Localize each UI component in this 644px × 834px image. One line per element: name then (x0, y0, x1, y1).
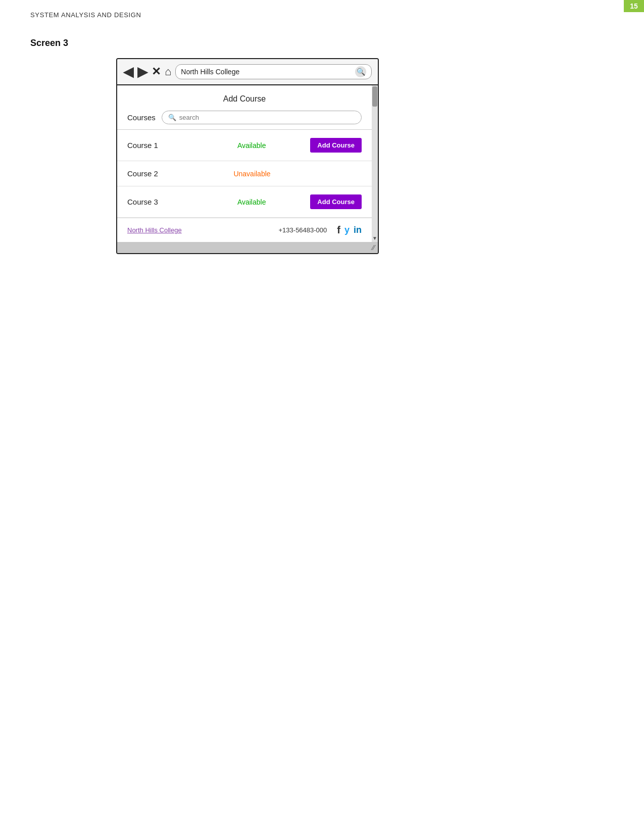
bottom-bar: ∕∕ (117, 242, 378, 253)
course-status: Unavailable (193, 170, 311, 178)
footer-phone: +133-56483-000 (279, 226, 327, 234)
search-icon: 🔍 (168, 114, 176, 121)
course-name: Course 3 (127, 198, 193, 206)
scrollbar[interactable]: ▼ (372, 85, 378, 242)
home-icon[interactable]: ⌂ (165, 65, 171, 78)
address-bar[interactable]: North Hills College 🔍 (175, 64, 372, 79)
course-status: Available (193, 198, 310, 206)
scrollbar-thumb[interactable] (372, 86, 377, 107)
page-title: Add Course (117, 85, 372, 108)
twitter-icon[interactable]: y (344, 225, 350, 235)
back-button[interactable]: ◀ (123, 65, 133, 78)
scrollbar-down-arrow[interactable]: ▼ (372, 235, 377, 242)
social-icons: f y in (337, 224, 362, 236)
course-row: Course 3 Available Add Course (117, 186, 372, 218)
course-row: Course 2 Unavailable (117, 161, 372, 186)
course-status: Available (193, 141, 310, 150)
facebook-icon[interactable]: f (337, 224, 340, 236)
courses-search-row: Courses 🔍 (117, 108, 372, 129)
browser-window: ◀ ▶ ✕ ⌂ North Hills College 🔍 Add Course… (116, 58, 379, 254)
address-text: North Hills College (181, 68, 239, 76)
document-header: SYSTEM ANALYSIS AND DESIGN (30, 11, 141, 19)
close-button[interactable]: ✕ (152, 66, 161, 77)
browser-toolbar: ◀ ▶ ✕ ⌂ North Hills College 🔍 (117, 59, 378, 85)
browser-content-wrapper: Add Course Courses 🔍 Course 1 Available … (117, 85, 378, 242)
address-search-icon[interactable]: 🔍 (355, 66, 366, 77)
browser-content: Add Course Courses 🔍 Course 1 Available … (117, 85, 372, 242)
footer-college-name[interactable]: North Hills College (127, 226, 182, 234)
courses-label: Courses (127, 113, 156, 122)
resize-handle[interactable]: ∕∕ (372, 243, 375, 252)
screen-label: Screen 3 (30, 38, 68, 48)
add-course-button-1[interactable]: Add Course (310, 138, 362, 153)
course-name: Course 2 (127, 169, 193, 178)
search-input[interactable] (179, 114, 355, 121)
course-row: Course 1 Available Add Course (117, 130, 372, 161)
search-bar[interactable]: 🔍 (162, 111, 362, 124)
add-course-button-3[interactable]: Add Course (310, 194, 362, 209)
page-number: 15 (624, 0, 644, 12)
linkedin-icon[interactable]: in (354, 225, 362, 235)
course-name: Course 1 (127, 141, 193, 150)
forward-button[interactable]: ▶ (137, 65, 147, 78)
browser-footer: North Hills College +133-56483-000 f y i… (117, 218, 372, 242)
